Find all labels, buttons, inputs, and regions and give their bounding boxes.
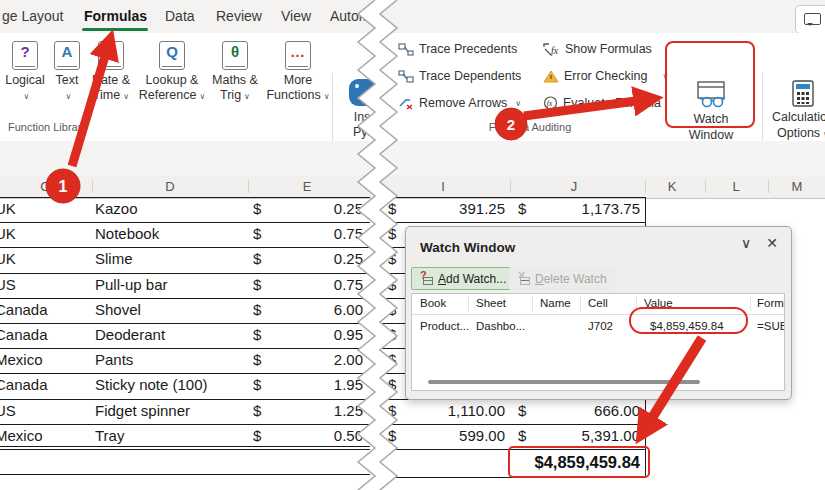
- grand-total-cell[interactable]: $4,859,459.84: [382, 450, 645, 478]
- column-header-c[interactable]: C: [30, 175, 60, 198]
- column-header-d[interactable]: D: [155, 175, 185, 198]
- column-header-row: C D E I J K L M: [0, 175, 825, 199]
- left-data-table: UKKazoo$0.25 UKNotebook$0.75 UKSlime$0.2…: [0, 197, 370, 475]
- formula-auditing-group-label: Formula Auditing: [470, 121, 590, 133]
- watch-row-value[interactable]: $4,859,459.84: [650, 320, 724, 332]
- column-header-i[interactable]: I: [428, 175, 458, 198]
- remove-arrows-icon: [398, 97, 414, 110]
- trace-precedents-button[interactable]: Trace Precedents: [398, 42, 517, 56]
- chevron-down-icon: ∨: [24, 92, 30, 101]
- chevron-down-icon: ∨: [244, 92, 250, 101]
- trace-precedents-icon: [398, 43, 414, 56]
- col-sheet[interactable]: Sheet: [476, 297, 506, 309]
- delete-watch-icon: ✕: [517, 272, 530, 285]
- column-header-e[interactable]: E: [292, 175, 322, 198]
- logical-button[interactable]: ? Logical ∨: [2, 41, 48, 104]
- text-icon: A: [54, 41, 80, 70]
- empty-total-row[interactable]: [0, 450, 370, 475]
- warning-triangle-icon: [543, 70, 559, 83]
- svg-text:fx: fx: [551, 45, 559, 56]
- delete-watch-button[interactable]: ✕ Delete Watch: [509, 267, 615, 290]
- svg-text:fx: fx: [547, 99, 553, 108]
- chevron-down-icon: ∨: [66, 92, 72, 101]
- col-formula[interactable]: Formu: [757, 297, 785, 309]
- column-header-l[interactable]: L: [721, 175, 751, 198]
- evaluate-formula-icon: fx: [543, 96, 558, 110]
- table-row: UKKazoo$0.25: [0, 198, 370, 223]
- clock-icon: ◷: [98, 41, 124, 70]
- calculator-icon: [792, 80, 814, 107]
- table-row: CanadaShovel$6.00: [0, 299, 370, 324]
- tab-view[interactable]: View: [281, 0, 311, 33]
- watch-row-formula[interactable]: =SUBT: [757, 320, 785, 332]
- col-cell[interactable]: Cell: [588, 297, 608, 309]
- trace-dependents-button[interactable]: Trace Dependents: [398, 69, 521, 83]
- horizontal-scrollbar[interactable]: [428, 380, 700, 384]
- theta-icon: θ: [222, 41, 248, 70]
- active-tab-underline: [82, 28, 148, 31]
- trace-dependents-icon: [398, 70, 414, 83]
- tab-page-layout[interactable]: ge Layout: [2, 0, 64, 33]
- close-icon[interactable]: ✕: [762, 235, 782, 251]
- show-formulas-button[interactable]: fx Show Formulas: [543, 42, 652, 56]
- table-row: UKNotebook$0.75: [0, 223, 370, 248]
- function-library-group-label: Function Library: [8, 121, 87, 133]
- tab-automate[interactable]: Autom: [330, 0, 370, 33]
- watch-row-sheet[interactable]: Dashbo...: [476, 320, 525, 332]
- gridline: [645, 197, 825, 198]
- logical-icon: ?: [12, 41, 38, 70]
- watch-row-book[interactable]: Product...: [420, 320, 469, 332]
- add-watch-button[interactable]: ? Add Watch...: [411, 267, 515, 290]
- table-row: USFidget spinner$1.25: [0, 400, 370, 425]
- more-functions-button[interactable]: … More Functions∨: [259, 41, 337, 104]
- table-row: $1,110.00$666.00: [382, 400, 645, 425]
- collapse-chevron-icon[interactable]: ∨: [736, 235, 756, 251]
- column-header-k[interactable]: K: [657, 175, 687, 198]
- show-formulas-icon: fx: [543, 43, 560, 56]
- table-row: $599.00$5,391.00: [382, 425, 645, 450]
- col-name[interactable]: Name: [540, 297, 571, 309]
- insert-python-button[interactable]: Ins Pyt: [342, 79, 382, 140]
- formula-bar-strip: [0, 141, 825, 175]
- table-row: USPull-up bar$0.75: [0, 274, 370, 299]
- magnifier-icon: Q: [159, 41, 185, 70]
- excel-window: ge Layout Formulas Data Review View Auto…: [0, 0, 825, 490]
- watch-window-title[interactable]: Watch Window: [420, 240, 515, 255]
- table-row: CanadaDeoderant$0.95: [0, 324, 370, 349]
- col-book[interactable]: Book: [420, 297, 446, 309]
- column-header-m[interactable]: M: [782, 175, 812, 198]
- ribbon-tab-bar: ge Layout Formulas Data Review View Auto…: [0, 0, 825, 34]
- tab-review[interactable]: Review: [216, 0, 262, 33]
- grand-total-value: $4,859,459.84: [534, 453, 640, 472]
- chevron-down-icon: ∨: [324, 92, 330, 101]
- watch-window-dialog: Watch Window ∨ ✕ ? Add Watch... ✕ Delete…: [405, 226, 792, 400]
- table-row: CanadaSticky note (100)$1.95: [0, 374, 370, 399]
- table-row: MexicoTray$0.50: [0, 425, 370, 450]
- ribbon: ? Logical ∨ A Text ∨ ◷ Date & Time∨ Q Lo…: [0, 33, 825, 142]
- comment-icon: [804, 13, 821, 25]
- calculation-options-button[interactable]: Calculation Options∨: [758, 76, 825, 143]
- remove-arrows-button[interactable]: Remove Arrows ∨: [398, 96, 521, 110]
- comment-button[interactable]: [795, 5, 825, 34]
- col-value[interactable]: Value: [644, 297, 673, 309]
- tab-data[interactable]: Data: [165, 0, 195, 33]
- watch-row-cell[interactable]: J702: [588, 320, 613, 332]
- evaluate-formula-button[interactable]: fx Evaluate Formula: [543, 96, 661, 110]
- watch-window-icon: [695, 80, 727, 110]
- add-watch-icon: ?: [420, 272, 433, 285]
- text-button[interactable]: A Text ∨: [48, 41, 86, 104]
- chevron-down-icon: ∨: [515, 99, 521, 108]
- column-header-j[interactable]: J: [559, 175, 589, 198]
- table-row: $391.25$1,173.75: [382, 198, 645, 223]
- python-icon: [349, 79, 376, 106]
- watch-list-table: Book Sheet Name Cell Value Formu Product…: [411, 293, 785, 391]
- ellipsis-icon: …: [285, 41, 311, 70]
- error-checking-button[interactable]: Error Checking ∨: [543, 69, 668, 83]
- table-row: UKSlime$0.25: [0, 248, 370, 273]
- table-row: MexicoPants$2.00: [0, 349, 370, 374]
